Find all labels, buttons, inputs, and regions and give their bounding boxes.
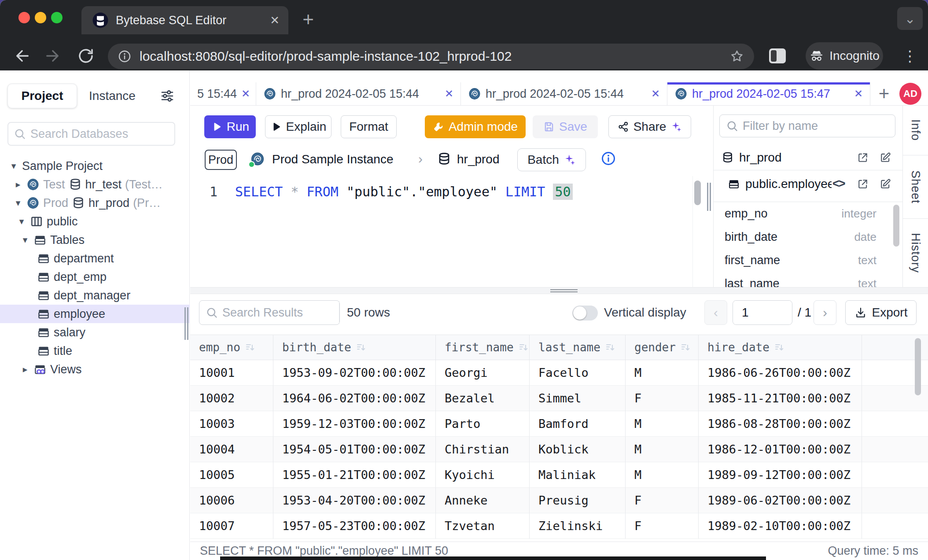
tree-item-sample-project[interactable]: ▾Sample Project — [0, 157, 190, 175]
tree-item-views[interactable]: ▸Views — [0, 360, 190, 379]
schema-column-first_name[interactable]: first_nametext — [714, 249, 902, 272]
table-cell[interactable]: 1986-08-28T00:00:00Z — [699, 411, 862, 437]
tree-item-public[interactable]: ▾public — [0, 212, 190, 231]
results-resize-handle[interactable] — [190, 287, 928, 294]
sql-editor[interactable]: 1 SELECT * FROM "public"."employee" LIMI… — [190, 176, 693, 287]
edit-icon[interactable] — [879, 151, 891, 164]
table-cell[interactable]: 1955-01-21T00:00:00Z — [273, 462, 436, 488]
column-header-gender[interactable]: gender — [626, 335, 699, 360]
table-cell[interactable]: 1989-06-02T00:00:00Z — [699, 488, 862, 513]
reload-button[interactable] — [77, 47, 95, 65]
new-query-tab-button[interactable]: + — [870, 82, 898, 105]
panel-database-row[interactable]: hr_prod — [714, 146, 902, 169]
save-button[interactable]: Save — [533, 115, 598, 138]
page-number-input[interactable] — [733, 301, 792, 324]
filter-sliders-icon[interactable] — [159, 88, 175, 104]
external-link-icon[interactable] — [857, 151, 869, 164]
table-cell[interactable]: 10004 — [190, 437, 273, 462]
prev-page-button[interactable]: ‹ — [704, 300, 727, 325]
ai-sparkles-icon[interactable] — [670, 121, 682, 133]
table-cell[interactable]: M — [626, 411, 699, 437]
table-cell[interactable]: Bezalel — [436, 386, 530, 411]
close-tab-icon[interactable]: ✕ — [241, 88, 250, 100]
forward-button[interactable] — [43, 47, 62, 65]
schema-column-emp_no[interactable]: emp_nointeger — [714, 202, 902, 225]
table-cell[interactable]: Bamford — [530, 411, 626, 437]
table-cell[interactable]: Maliniak — [530, 462, 626, 488]
traffic-light-minimize[interactable] — [35, 12, 46, 23]
table-cell[interactable]: 1985-11-21T00:00:00Z — [699, 386, 862, 411]
run-button[interactable]: Run — [204, 115, 256, 138]
table-cell[interactable]: F — [626, 386, 699, 411]
table-cell[interactable]: M — [626, 462, 699, 488]
editor-tab-1[interactable]: 5 15:44✕ — [190, 82, 256, 105]
rail-tab-info[interactable]: Info — [903, 106, 928, 155]
editor-tab-4[interactable]: hr_prod 2024-02-05 15:47✕ — [667, 82, 870, 105]
column-header-last_name[interactable]: last_name — [530, 335, 626, 360]
tree-item-department[interactable]: department — [0, 249, 190, 268]
schema-column-birth_date[interactable]: birth_datedate — [714, 225, 902, 249]
export-button[interactable]: Export — [845, 300, 917, 325]
table-cell[interactable]: 1986-12-01T00:00:00Z — [699, 437, 862, 462]
table-cell[interactable]: Georgi — [436, 360, 530, 386]
share-button[interactable]: Share — [608, 115, 691, 138]
column-header-first_name[interactable]: first_name — [436, 335, 530, 360]
next-page-button[interactable]: › — [814, 300, 836, 325]
breadcrumb-database[interactable]: hr_prod — [457, 152, 500, 166]
table-cell[interactable]: 1953-09-02T00:00:00Z — [273, 360, 436, 386]
table-cell[interactable]: 10001 — [190, 360, 273, 386]
avatar[interactable]: AD — [899, 83, 921, 105]
tree-item-tables[interactable]: ▾Tables — [0, 231, 190, 249]
table-cell[interactable]: Koblick — [530, 437, 626, 462]
table-cell[interactable]: 10007 — [190, 513, 273, 539]
editor-tab-2[interactable]: hr_prod 2024-02-05 15:44✕ — [256, 82, 461, 105]
caret-right-icon[interactable]: ▸ — [13, 179, 23, 190]
format-button[interactable]: Format — [341, 115, 397, 138]
table-cell[interactable]: 1954-05-01T00:00:00Z — [273, 437, 436, 462]
browser-tab[interactable]: Bytebase SQL Editor ✕ — [81, 6, 288, 34]
table-cell[interactable]: 1957-05-23T00:00:00Z — [273, 513, 436, 539]
table-cell[interactable]: 10002 — [190, 386, 273, 411]
column-header-hire_date[interactable]: hire_date — [699, 335, 862, 360]
results-scrollbar-thumb[interactable] — [915, 338, 921, 395]
caret-down-icon[interactable]: ▾ — [13, 198, 23, 208]
browser-tab-close-icon[interactable]: ✕ — [270, 14, 280, 27]
close-tab-icon[interactable]: ✕ — [854, 88, 863, 100]
tree-item-dept-emp[interactable]: dept_emp — [0, 268, 190, 286]
search-results-input[interactable] — [222, 306, 333, 320]
table-cell[interactable]: 1989-02-10T00:00:00Z — [699, 513, 862, 539]
site-info-icon[interactable] — [118, 49, 132, 63]
tree-item-title[interactable]: title — [0, 342, 190, 360]
tree-item-dept-manager[interactable]: dept_manager — [0, 286, 190, 305]
panel-scrollbar-thumb[interactable] — [893, 205, 899, 247]
filter-by-name-input[interactable] — [743, 119, 889, 133]
column-header-emp_no[interactable]: emp_no — [190, 335, 273, 360]
rail-tab-history[interactable]: History — [903, 219, 928, 287]
table-cell[interactable]: Preusig — [530, 488, 626, 513]
table-cell[interactable]: Anneke — [436, 488, 530, 513]
table-cell[interactable]: 1986-06-26T00:00:00Z — [699, 360, 862, 386]
table-cell[interactable]: Chirstian — [436, 437, 530, 462]
sidebar-tab-instance[interactable]: Instance — [84, 84, 141, 108]
back-button[interactable] — [13, 47, 32, 65]
sidebar-tab-project[interactable]: Project — [7, 84, 77, 108]
editor-tab-3[interactable]: hr_prod 2024-02-05 15:44✕ — [461, 82, 667, 105]
table-cell[interactable]: 10005 — [190, 462, 273, 488]
column-header-birth_date[interactable]: birth_date — [273, 335, 436, 360]
table-cell[interactable]: Kyoichi — [436, 462, 530, 488]
table-cell[interactable]: 1964-06-02T00:00:00Z — [273, 386, 436, 411]
table-cell[interactable]: 1959-12-03T00:00:00Z — [273, 411, 436, 437]
caret-right-icon[interactable]: ▸ — [20, 364, 30, 375]
tree-item-employee[interactable]: employee — [0, 305, 190, 323]
browser-menu-kebab-icon[interactable]: ⋮ — [899, 46, 921, 66]
table-cell[interactable]: M — [626, 437, 699, 462]
table-cell[interactable]: Simmel — [530, 386, 626, 411]
url-bar[interactable]: localhost:8080/sql-editor/prod-sample-in… — [108, 44, 754, 69]
close-tab-icon[interactable]: ✕ — [445, 88, 453, 100]
table-cell[interactable]: F — [626, 488, 699, 513]
table-cell[interactable]: 10006 — [190, 488, 273, 513]
table-cell[interactable]: Tzvetan — [436, 513, 530, 539]
explain-button[interactable]: Explain — [265, 115, 331, 138]
caret-down-icon[interactable]: ▾ — [17, 216, 26, 227]
vertical-display-toggle[interactable] — [572, 306, 598, 321]
